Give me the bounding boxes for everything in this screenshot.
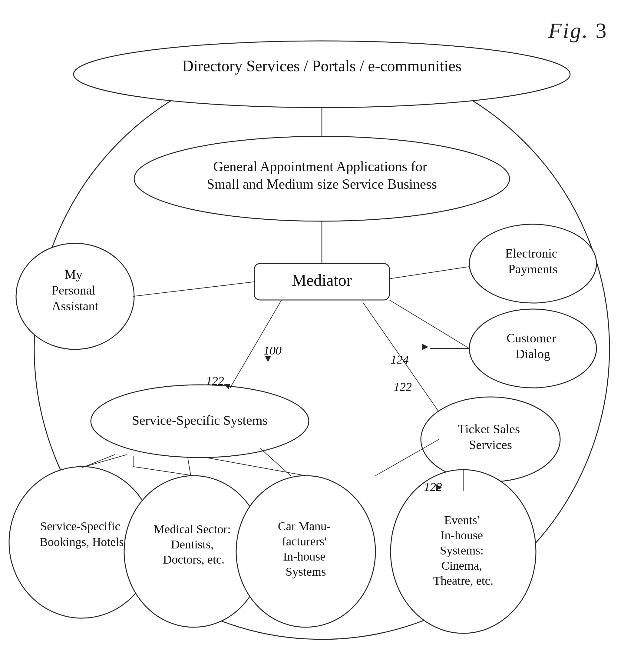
svg-line-41: [260, 449, 291, 476]
svg-line-51: [206, 458, 306, 476]
svg-line-11: [133, 282, 254, 296]
svg-line-23: [363, 303, 439, 412]
svg-text:Mediator: Mediator: [292, 271, 352, 289]
svg-text:Directory  Services  /  Portal: Directory Services / Portals / e-communi…: [182, 57, 462, 74]
svg-line-48: [82, 455, 127, 467]
svg-line-38: [188, 458, 191, 476]
svg-text:Service-Specific  Systems: Service-Specific Systems: [132, 413, 268, 428]
svg-line-34: [85, 455, 115, 467]
svg-text:122: 122: [394, 380, 412, 394]
svg-line-14: [389, 267, 469, 279]
svg-text:122: 122: [206, 374, 224, 388]
svg-marker-29: [265, 356, 271, 362]
svg-marker-20: [422, 344, 429, 350]
svg-text:100: 100: [263, 344, 281, 357]
svg-line-17: [389, 300, 469, 348]
svg-line-50: [133, 467, 194, 476]
